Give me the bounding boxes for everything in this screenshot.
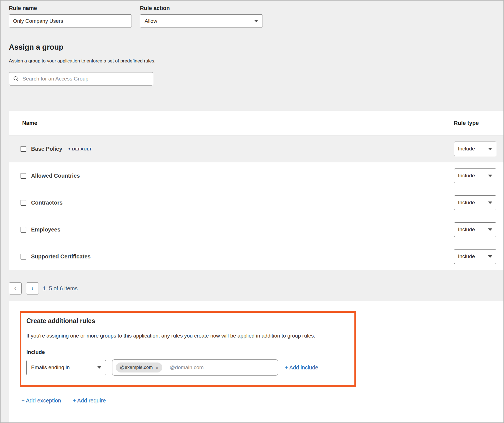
table-row-supported-certificates: Supported Certificates Include bbox=[9, 243, 504, 270]
assign-group-description: Assign a group to your application to en… bbox=[9, 58, 503, 64]
group-name: Employees bbox=[31, 226, 61, 233]
add-require-link[interactable]: + Add require bbox=[73, 397, 106, 404]
group-name: Contractors bbox=[31, 200, 62, 206]
table-row-contractors: Contractors Include bbox=[9, 189, 504, 216]
rule-name-field-group: Rule name bbox=[9, 5, 132, 27]
rule-type-dropdown[interactable]: Include bbox=[454, 142, 496, 156]
row-checkbox[interactable] bbox=[21, 173, 26, 179]
include-label: Include bbox=[26, 349, 349, 355]
rule-type-value: Include bbox=[458, 146, 475, 152]
row-checkbox[interactable] bbox=[21, 254, 26, 260]
next-page-button[interactable]: › bbox=[26, 282, 39, 294]
table-row-employees: Employees Include bbox=[9, 216, 504, 243]
rule-type-dropdown[interactable]: Include bbox=[454, 222, 496, 237]
include-rule-row: Emails ending in @example.com × + Add in… bbox=[26, 359, 349, 376]
rule-action-value: Allow bbox=[145, 18, 157, 24]
highlighted-additional-rules-section: Create additional rules If you're assign… bbox=[20, 311, 356, 387]
rule-type-dropdown[interactable]: Include bbox=[454, 195, 496, 210]
chevron-right-icon: › bbox=[31, 285, 33, 292]
rule-type-cell: Include bbox=[454, 222, 496, 237]
rule-type-cell: Include bbox=[454, 168, 496, 183]
assign-group-heading: Assign a group bbox=[9, 43, 503, 52]
badge-bullet: • bbox=[68, 146, 70, 152]
remove-chip-icon[interactable]: × bbox=[156, 365, 158, 370]
additional-rules-card: Create additional rules If you're assign… bbox=[9, 301, 504, 423]
chevron-left-icon: ‹ bbox=[14, 285, 16, 292]
previous-page-button[interactable]: ‹ bbox=[9, 282, 22, 294]
rule-form-row: Rule name Rule action Allow bbox=[1, 1, 503, 27]
rule-name-input[interactable] bbox=[9, 14, 132, 27]
rule-type-cell: Include bbox=[454, 142, 496, 156]
row-checkbox[interactable] bbox=[21, 200, 26, 206]
rule-type-cell: Include bbox=[454, 195, 496, 210]
rule-type-value: Include bbox=[458, 200, 475, 206]
table-header: Name Rule type bbox=[9, 111, 504, 135]
chevron-down-icon bbox=[254, 20, 258, 22]
condition-dropdown[interactable]: Emails ending in bbox=[26, 360, 106, 375]
rule-type-dropdown[interactable]: Include bbox=[454, 249, 496, 264]
chevron-down-icon bbox=[488, 255, 492, 258]
pagination: ‹ › 1–5 of 6 items bbox=[9, 282, 503, 294]
default-badge: • DEFAULT bbox=[68, 146, 92, 152]
add-exception-link[interactable]: + Add exception bbox=[21, 397, 61, 404]
table-row-allowed-countries: Allowed Countries Include bbox=[9, 162, 504, 189]
chevron-down-icon bbox=[488, 148, 492, 150]
access-group-search[interactable] bbox=[9, 72, 153, 85]
search-input[interactable] bbox=[22, 76, 149, 82]
table-row-base-policy: Base Policy • DEFAULT Include bbox=[9, 135, 504, 162]
group-name: Base Policy bbox=[31, 146, 62, 152]
rule-configuration-page: Rule name Rule action Allow Assign a gro… bbox=[0, 0, 504, 423]
rule-type-value: Include bbox=[458, 253, 475, 260]
pagination-label: 1–5 of 6 items bbox=[43, 285, 78, 292]
email-domain-chip: @example.com × bbox=[116, 362, 162, 372]
chevron-down-icon bbox=[488, 175, 492, 177]
badge-label: DEFAULT bbox=[72, 147, 92, 151]
rule-action-field-group: Rule action Allow bbox=[140, 5, 263, 27]
rule-name-label: Rule name bbox=[9, 5, 132, 11]
condition-value: Emails ending in bbox=[31, 364, 70, 371]
name-column-header: Name bbox=[9, 120, 37, 126]
chevron-down-icon bbox=[97, 366, 101, 369]
rule-type-dropdown[interactable]: Include bbox=[454, 168, 496, 183]
rule-action-label: Rule action bbox=[140, 5, 263, 11]
group-name: Allowed Countries bbox=[31, 173, 80, 179]
domain-input[interactable] bbox=[170, 364, 274, 371]
rule-links-row: + Add exception + Add require bbox=[21, 397, 504, 404]
additional-rules-description: If you're assigning one or more groups t… bbox=[26, 333, 349, 339]
row-checkbox[interactable] bbox=[21, 146, 26, 152]
rule-type-column-header: Rule type bbox=[454, 120, 504, 126]
search-icon bbox=[13, 76, 19, 82]
rule-type-cell: Include bbox=[454, 249, 496, 264]
access-groups-table: Name Rule type Base Policy • DEFAULT Inc… bbox=[9, 111, 504, 270]
chevron-down-icon bbox=[488, 202, 492, 204]
chevron-down-icon bbox=[488, 228, 492, 231]
rule-action-dropdown[interactable]: Allow bbox=[140, 14, 263, 27]
email-domain-tag-input[interactable]: @example.com × bbox=[112, 359, 278, 376]
chip-label: @example.com bbox=[120, 365, 153, 370]
group-name: Supported Certificates bbox=[31, 253, 90, 260]
add-include-link[interactable]: + Add include bbox=[285, 364, 318, 371]
rule-type-value: Include bbox=[458, 226, 475, 233]
rule-type-value: Include bbox=[458, 173, 475, 179]
additional-rules-heading: Create additional rules bbox=[26, 317, 349, 325]
row-checkbox[interactable] bbox=[21, 227, 26, 233]
